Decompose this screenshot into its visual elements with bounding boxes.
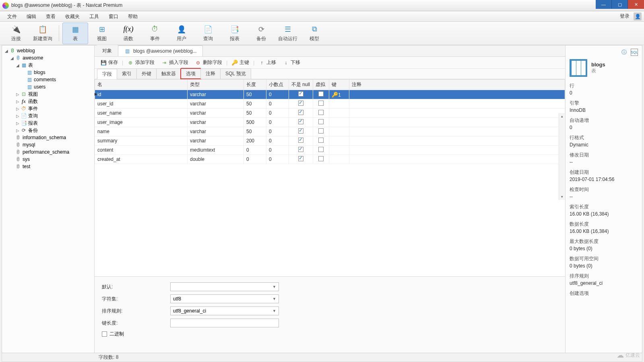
move-up-button[interactable]: ↑上移	[256, 58, 279, 67]
toolbar-new-query[interactable]: 📋新建查询	[30, 23, 56, 44]
toolbar-table[interactable]: ▦表	[62, 23, 88, 44]
col-key[interactable]: 键	[329, 80, 349, 90]
keylen-input[interactable]	[170, 319, 279, 327]
col-len[interactable]: 长度	[244, 80, 266, 90]
tab-fields[interactable]: 字段	[97, 69, 117, 79]
table-row[interactable]: user_namevarchar500	[95, 109, 565, 118]
doc-tab-objects[interactable]: 对象	[96, 45, 118, 56]
notnull-checkbox[interactable]	[298, 147, 303, 152]
delete-field-button[interactable]: ⊖删除字段	[192, 58, 225, 67]
tab-comment[interactable]: 注释	[200, 68, 221, 79]
table-row[interactable]: user_imagevarchar5000	[95, 118, 565, 127]
virtual-checkbox[interactable]	[318, 119, 324, 124]
tree-schema-sys[interactable]: 🛢sys	[2, 156, 94, 163]
menu-fav[interactable]: 收藏夹	[60, 12, 85, 21]
notnull-checkbox[interactable]	[298, 138, 303, 143]
tree-tables-folder[interactable]: ◢▦表	[2, 62, 94, 69]
toolbar-view[interactable]: ⊞视图	[89, 23, 115, 44]
menu-tools[interactable]: 工具	[85, 12, 104, 21]
tab-sql-preview[interactable]: SQL 预览	[220, 68, 251, 79]
virtual-checkbox[interactable]	[318, 147, 324, 152]
notnull-checkbox[interactable]	[298, 101, 303, 106]
tree-table-comments[interactable]: ▥comments	[2, 76, 94, 83]
notnull-checkbox[interactable]	[298, 128, 303, 134]
info-icon[interactable]: ⓘ	[620, 49, 627, 56]
toolbar-auto[interactable]: ☰自动运行	[275, 23, 301, 44]
avatar-icon[interactable]: 👤	[634, 12, 642, 21]
tree-views[interactable]: ▷⊡视图	[2, 90, 94, 98]
col-type[interactable]: 类型	[188, 80, 244, 90]
virtual-checkbox[interactable]	[318, 110, 324, 115]
primary-key-button[interactable]: 🔑主键	[229, 58, 252, 67]
col-virt[interactable]: 虚拟	[313, 80, 329, 90]
tree-table-blogs[interactable]: ▥blogs	[2, 69, 94, 76]
menu-view[interactable]: 查看	[41, 12, 60, 21]
toolbar-report[interactable]: 📑报表	[222, 23, 248, 44]
tab-triggers[interactable]: 触发器	[156, 68, 181, 79]
tab-options[interactable]: 选项	[181, 68, 201, 79]
tab-fk[interactable]: 外键	[136, 68, 157, 79]
tree-table-users[interactable]: ▥users	[2, 83, 94, 90]
table-row[interactable]: contentmediumtext00	[95, 146, 565, 155]
minimize-button[interactable]: —	[596, 0, 612, 9]
close-button[interactable]: ✕	[628, 0, 644, 9]
login-link[interactable]: 登录	[617, 13, 632, 20]
table-row[interactable]: user_idvarchar500	[95, 99, 565, 109]
table-row[interactable]: summaryvarchar2000	[95, 136, 565, 146]
virtual-checkbox[interactable]	[318, 91, 324, 97]
tree-schema-perf[interactable]: 🛢performance_schema	[2, 148, 94, 156]
toolbar-model[interactable]: ⧉模型	[301, 23, 327, 44]
charset-label: 字符集:	[102, 296, 170, 302]
notnull-checkbox[interactable]	[298, 91, 303, 97]
tree-schema-test[interactable]: 🛢test	[2, 163, 94, 170]
move-down-button[interactable]: ↓下移	[280, 58, 303, 67]
tree-schema[interactable]: ◢🛢awesome	[2, 54, 94, 62]
col-dec[interactable]: 小数点	[266, 80, 289, 90]
charset-select[interactable]: utf8▼	[170, 294, 279, 303]
tree-functions[interactable]: ▷fx函数	[2, 98, 94, 105]
add-field-button[interactable]: ⊕添加字段	[125, 58, 157, 67]
default-input[interactable]: ▼	[170, 282, 279, 291]
notnull-checkbox[interactable]	[298, 156, 303, 161]
menu-edit[interactable]: 编辑	[22, 12, 41, 21]
sidebar-tree[interactable]: ◢🛢webblog ◢🛢awesome ◢▦表 ▥blogs ▥comments…	[2, 45, 95, 353]
menu-window[interactable]: 窗口	[104, 12, 123, 21]
collation-select[interactable]: utf8_general_ci▼	[170, 306, 279, 315]
tree-backup[interactable]: ▷⟳备份	[2, 127, 94, 134]
toolbar-function[interactable]: f(x)函数	[116, 23, 141, 44]
tree-db[interactable]: ◢🛢webblog	[2, 47, 94, 54]
virtual-checkbox[interactable]	[318, 101, 324, 106]
tree-schema-info[interactable]: 🛢information_schema	[2, 134, 94, 141]
save-button[interactable]: 💾保存	[98, 58, 120, 67]
doc-tab-table[interactable]: ▥blogs @awesome (webblog...	[118, 45, 203, 56]
fields-grid[interactable]: 名 类型 长度 小数点 不是 null 虚拟 键 注释 ▶idvarchar50…	[95, 79, 565, 276]
tree-queries[interactable]: ▷📄查询	[2, 112, 94, 119]
notnull-checkbox[interactable]	[298, 110, 303, 115]
notnull-checkbox[interactable]	[298, 119, 303, 124]
table-row[interactable]: created_atdouble00	[95, 155, 565, 164]
col-comment[interactable]: 注释	[349, 80, 565, 90]
tree-events[interactable]: ▷⏱事件	[2, 105, 94, 112]
toolbar-user[interactable]: 👤用户	[169, 23, 194, 44]
virtual-checkbox[interactable]	[318, 138, 324, 143]
insert-field-button[interactable]: ⇥插入字段	[159, 58, 191, 67]
menu-help[interactable]: 帮助	[123, 12, 142, 21]
binary-checkbox[interactable]	[102, 331, 107, 337]
sql-icon[interactable]: SQL	[631, 49, 638, 56]
maximize-button[interactable]: ▢	[612, 0, 628, 9]
tab-indexes[interactable]: 索引	[117, 68, 137, 79]
tree-reports[interactable]: ▷📑报表	[2, 119, 94, 127]
table-row[interactable]: namevarchar500	[95, 127, 565, 136]
toolbar-event[interactable]: ⏱事件	[142, 23, 168, 44]
toolbar-backup[interactable]: ⟳备份	[248, 23, 274, 44]
col-nn[interactable]: 不是 null	[289, 80, 313, 90]
col-name[interactable]: 名	[95, 80, 188, 90]
menu-file[interactable]: 文件	[2, 12, 22, 21]
tree-schema-mysql[interactable]: 🛢mysql	[2, 141, 94, 148]
table-row[interactable]: ▶idvarchar500🔑1	[95, 90, 565, 99]
virtual-checkbox[interactable]	[318, 156, 324, 161]
grid-scrollbar[interactable]: ▴▾	[559, 113, 565, 200]
toolbar-query[interactable]: 📄查询	[195, 23, 221, 44]
toolbar-connect[interactable]: 🔌连接	[3, 23, 29, 44]
virtual-checkbox[interactable]	[318, 128, 324, 134]
